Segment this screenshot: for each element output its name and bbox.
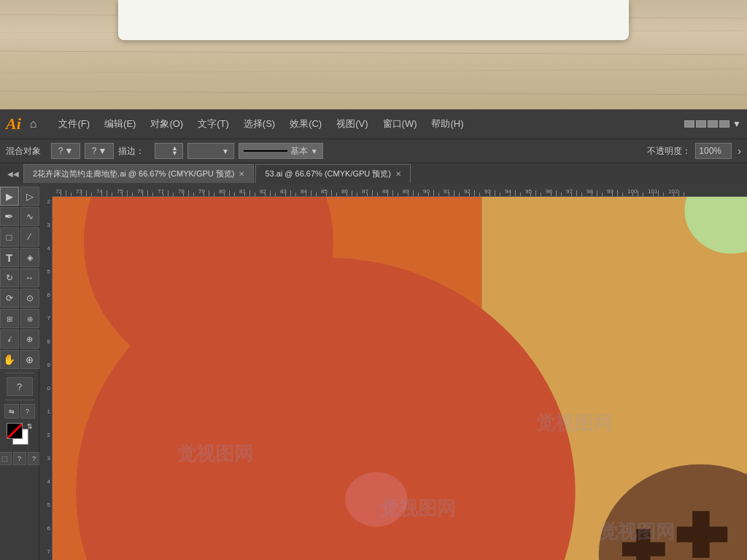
workspace-dropdown-arrow[interactable]: ▼ <box>732 119 741 129</box>
paper-card <box>118 0 629 40</box>
stroke-width-dropdown[interactable]: ▲▼ <box>155 143 183 159</box>
ruler-tick <box>535 190 536 196</box>
selection-tool-btn[interactable]: ▶ <box>0 187 19 206</box>
shape-builder-btn[interactable]: ⊞ <box>0 309 19 328</box>
menu-edit[interactable]: 编辑(E) <box>97 114 143 133</box>
selection-tools: ▶ ▷ <box>0 187 39 206</box>
ruler-tick <box>209 190 209 196</box>
stroke-width-value <box>160 145 169 158</box>
tab-1-close[interactable]: ✕ <box>239 170 244 178</box>
scale-tool-btn[interactable]: ↔ <box>20 268 39 287</box>
ruler-left: 2345678901234567 <box>39 184 53 560</box>
eyedropper-btn[interactable]: 𝒾 <box>0 330 19 349</box>
ruler-tick <box>214 192 214 196</box>
rotate-tool-btn[interactable]: ↻ <box>0 268 19 287</box>
watermark-3: 觉视图网 <box>536 413 612 433</box>
opacity-expand-btn[interactable]: › <box>738 145 741 157</box>
stroke-style-dropdown[interactable]: ▼ <box>187 143 234 159</box>
view-btn[interactable]: ? <box>28 452 41 465</box>
edit-btn[interactable]: ? <box>13 452 26 465</box>
ruler-tick <box>576 190 577 196</box>
pen-tool-btn[interactable]: ✒ <box>0 207 19 226</box>
ruler-tick <box>643 192 643 196</box>
color-squares[interactable]: ⇅ <box>7 423 33 449</box>
stroke-btn[interactable]: ? ▼ <box>85 143 114 159</box>
artboard-btn[interactable]: ⊕ <box>20 330 39 349</box>
opacity-label: 不透明度： <box>647 145 691 158</box>
question-tool-btn[interactable]: ? <box>7 377 33 396</box>
warp-tools: ⟳ ⊙ <box>0 289 39 308</box>
ruler-tick <box>571 192 572 196</box>
type-tool-btn[interactable]: T <box>0 248 19 267</box>
ruler-tick <box>331 190 332 196</box>
question-mark-stroke: ? <box>92 146 97 156</box>
menu-help[interactable]: 帮助(H) <box>424 114 471 133</box>
paintbrush-tool-btn[interactable]: ⁄ <box>20 228 39 246</box>
none-indicator[interactable] <box>7 423 23 439</box>
tab-1[interactable]: 2花卉床边简约走廊地垫.ai @ 66.67% (CMYK/GPU 预览) ✕ <box>23 164 254 183</box>
ruler-tick <box>357 192 357 196</box>
menu-text[interactable]: 文字(T) <box>190 114 236 133</box>
tab-2-close[interactable]: ✕ <box>395 170 401 178</box>
stroke-style-value <box>193 145 219 158</box>
opacity-value[interactable]: 100% <box>695 143 732 159</box>
ruler-tick <box>479 192 480 196</box>
ruler-tick <box>632 192 633 196</box>
ruler-tick <box>638 190 638 196</box>
menu-view[interactable]: 视图(V) <box>329 114 375 133</box>
menu-file[interactable]: 文件(F) <box>51 114 97 133</box>
width-tool-btn[interactable]: ⊙ <box>20 289 39 308</box>
ruler-tick <box>454 190 454 196</box>
direct-selection-tool-btn[interactable]: ▷ <box>20 187 39 206</box>
ruler-tick <box>122 192 123 196</box>
ai-logo: Ai <box>6 114 21 133</box>
ruler-left-num-2: 4 <box>47 245 50 252</box>
ruler-tick <box>234 192 235 196</box>
ruler-tick <box>347 192 347 196</box>
home-icon[interactable]: ⌂ <box>30 117 37 131</box>
collapse-btn[interactable]: ◀◀ <box>7 170 19 178</box>
canvas-wrapper[interactable]: 7273747576777879808182838485868788899091… <box>39 184 747 560</box>
ruler-tick <box>612 192 613 196</box>
fill-btn[interactable]: ? ▼ <box>51 143 80 159</box>
puppet-warp-btn[interactable]: ◈ <box>20 248 39 267</box>
question-mark-fill: ? <box>58 146 63 156</box>
ruler-corner <box>39 184 53 197</box>
ruler-tick <box>224 192 225 196</box>
ruler-tick <box>81 192 82 196</box>
basic-dropdown-arrow[interactable]: ▼ <box>311 147 318 155</box>
ruler-tick <box>520 192 521 196</box>
builder-tools: ⊞ ⊛ <box>0 309 39 328</box>
screen-mode-btn[interactable]: ⬚ <box>0 452 12 465</box>
ruler-tick <box>244 192 245 196</box>
ruler-tick <box>188 190 189 196</box>
zoom-tool-btn[interactable]: ⊕ <box>20 350 39 369</box>
warp-tool-btn[interactable]: ⟳ <box>0 289 19 308</box>
ruler-tick <box>433 190 434 196</box>
menu-window[interactable]: 窗口(W) <box>376 114 425 133</box>
swap-colors-icon: ⇅ <box>27 423 33 430</box>
hand-tool-btn[interactable]: ✋ <box>0 350 19 369</box>
menu-effect[interactable]: 效果(C) <box>282 114 329 133</box>
ruler-tick <box>377 192 378 196</box>
ruler-tick <box>229 190 230 196</box>
curvature-tool-btn[interactable]: ∿ <box>20 207 39 226</box>
ruler-left-num-8: 0 <box>47 385 50 392</box>
workspace-switcher[interactable]: ▼ <box>684 119 741 129</box>
menu-select[interactable]: 选择(S) <box>236 114 282 133</box>
reset-colors-btn[interactable]: ? <box>20 404 35 419</box>
ruler-tick <box>597 190 597 196</box>
ruler-tick <box>275 192 276 196</box>
ruler-tick <box>163 192 163 196</box>
blend-tool-btn[interactable]: ⊛ <box>20 309 39 328</box>
options-bar: 混合对象 ? ▼ ? ▼ 描边： ▲▼ ▼ 基本 ▼ 不透明度： 100% › <box>0 139 747 163</box>
tab-2-label: 53.ai @ 66.67% (CMYK/GPU 预览) <box>265 168 391 179</box>
tab-2[interactable]: 53.ai @ 66.67% (CMYK/GPU 预览) ✕ <box>255 164 411 183</box>
ruler-left-num-15: 7 <box>47 548 50 555</box>
ruler-tick <box>290 190 291 196</box>
menu-object[interactable]: 对象(O) <box>143 114 190 133</box>
rectangle-tool-btn[interactable]: □ <box>0 228 19 246</box>
ruler-tick <box>556 190 557 196</box>
swap-colors-btn[interactable]: ⇆ <box>4 404 19 419</box>
ruler-tick <box>193 192 194 196</box>
